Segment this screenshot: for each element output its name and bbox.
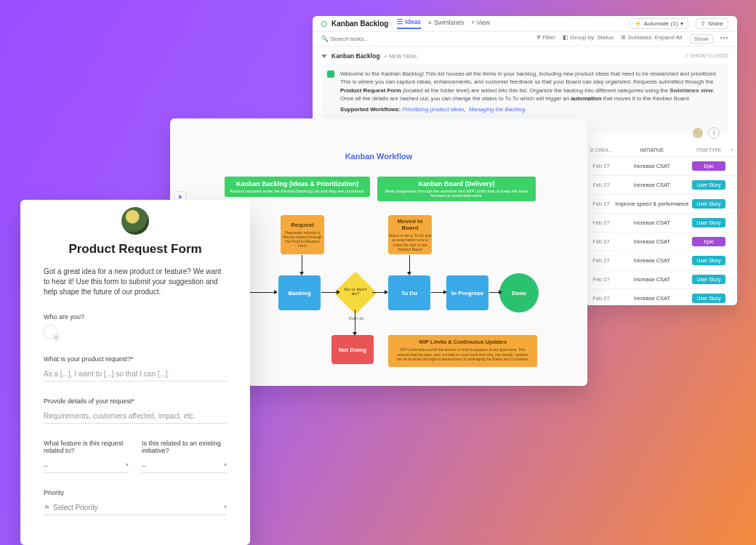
arrow bbox=[321, 292, 337, 293]
node-inprogress[interactable]: In Progress bbox=[446, 275, 488, 310]
table-row[interactable]: Feb 27Increase CSATUser Story bbox=[589, 214, 737, 233]
cell-initiative: Improve speed & performance bbox=[614, 201, 691, 207]
label-q2: Provide details of your request* bbox=[44, 397, 227, 405]
show-closed-toggle[interactable]: ✓ SHOW CLOSED bbox=[685, 53, 728, 59]
tab-ideas[interactable]: ☰Ideas bbox=[397, 18, 421, 29]
swimlane-icon: ≡ bbox=[428, 19, 432, 26]
bolt-icon: ⚡ bbox=[635, 20, 642, 27]
node-backlog[interactable]: Backlog bbox=[278, 275, 321, 310]
chevron-down-icon: ▾ bbox=[224, 504, 227, 512]
table-row[interactable]: Feb 27Increase CSATUser Story bbox=[589, 270, 737, 289]
share-icon: ⇪ bbox=[701, 20, 706, 27]
info-paragraph-2: Supported Workflows: Prioritizing produc… bbox=[340, 105, 723, 113]
col-type[interactable]: ITEM TYPE bbox=[691, 148, 727, 153]
cell-initiative: Increase CSAT bbox=[614, 276, 691, 283]
node-decision-label: Go or don't do? bbox=[340, 287, 371, 296]
cell-date: Feb 27 bbox=[589, 201, 614, 207]
cell-type: User Story bbox=[691, 180, 727, 190]
assignee-picker[interactable] bbox=[44, 325, 58, 339]
new-task-button[interactable]: + NEW TASK bbox=[385, 53, 417, 60]
select-feature[interactable]: –▾ bbox=[44, 459, 129, 473]
label-q1: What is your product request?* bbox=[44, 355, 227, 363]
label-q3: What feature is this request related to? bbox=[44, 440, 129, 454]
list-header-row: Kanban Backlog + NEW TASK ✓ SHOW CLOSED bbox=[321, 52, 728, 60]
presence-row: i bbox=[692, 127, 720, 139]
collapse-caret-icon[interactable] bbox=[321, 54, 327, 58]
table-row[interactable]: Feb 27Improve speed & performanceUser St… bbox=[589, 195, 737, 214]
node-notdoing[interactable]: Not Doing bbox=[331, 335, 374, 364]
table-row[interactable]: Feb 27Increase CSATUser Story bbox=[589, 176, 737, 195]
help-icon[interactable]: i bbox=[708, 127, 720, 139]
form-title: Product Request Form bbox=[44, 242, 227, 257]
tab-swimlanes[interactable]: ≡Swimlanes bbox=[428, 19, 464, 28]
node-moved[interactable]: Moved to Board Status is set to To Do an… bbox=[388, 215, 432, 254]
status-circle-icon bbox=[321, 21, 327, 27]
select-initiative[interactable]: –▾ bbox=[142, 459, 227, 473]
cell-type: Epic bbox=[691, 237, 727, 246]
cell-initiative: Increase CSAT bbox=[614, 219, 691, 226]
workflow-title: Kanban Workflow bbox=[170, 118, 587, 161]
cell-initiative: Increase CSAT bbox=[614, 238, 691, 245]
workflow-link-1[interactable]: Prioritizing product ideas bbox=[402, 106, 464, 113]
col-initiative[interactable]: INITIATIVE bbox=[614, 148, 691, 153]
kanban-toolbar: 🔍 Search tasks... ⧩ Filter ◧ Group by: S… bbox=[313, 32, 737, 47]
chevron-down-icon: ▾ bbox=[224, 461, 227, 469]
share-button[interactable]: ⇪ Share bbox=[696, 18, 728, 29]
arrow bbox=[250, 292, 275, 293]
avatar[interactable] bbox=[692, 127, 704, 139]
label-q4: Is this related to an existing initiativ… bbox=[142, 440, 227, 454]
cell-date: Feb 27 bbox=[589, 257, 614, 264]
cell-date: Feb 27 bbox=[589, 182, 614, 188]
tab-add-view[interactable]: + View bbox=[471, 19, 490, 28]
cell-type: User Story bbox=[691, 199, 727, 209]
table-row[interactable]: Feb 27Increase CSATEpic bbox=[589, 233, 737, 251]
list-icon: ☰ bbox=[397, 18, 403, 25]
kanban-title: Kanban Backlog bbox=[321, 20, 388, 28]
subtasks-button[interactable]: ⊞ Subtasks: Expand All bbox=[621, 34, 682, 44]
arrow bbox=[372, 292, 385, 293]
cell-type: Epic bbox=[691, 161, 727, 171]
cell-date: Feb 27 bbox=[589, 276, 614, 283]
arrow bbox=[409, 255, 410, 272]
arrow bbox=[431, 292, 444, 293]
node-request[interactable]: Request Requester submits a feature requ… bbox=[281, 215, 324, 254]
form-intro: Got a great idea for a new product or fe… bbox=[44, 267, 227, 297]
cell-type: User Story bbox=[691, 256, 727, 265]
node-wip: WIP Limits & Continuous Updates WIP Limi… bbox=[388, 335, 537, 367]
search-icon: 🔍 bbox=[321, 36, 329, 42]
arrow bbox=[355, 310, 355, 333]
node-done[interactable]: Done bbox=[499, 273, 539, 312]
cell-type: User Story bbox=[691, 275, 727, 284]
cell-date: Feb 27 bbox=[589, 163, 614, 169]
cell-date: Feb 27 bbox=[589, 238, 614, 245]
flag-icon: ⚑ bbox=[44, 504, 50, 512]
table-row[interactable]: Feb 27Increase CSATUser Story bbox=[589, 289, 737, 305]
arrow-label-dont: Don't do bbox=[349, 316, 363, 320]
search-input[interactable]: 🔍 Search tasks... bbox=[321, 36, 369, 42]
table-row[interactable]: Feb 27Increase CSATEpic bbox=[589, 157, 737, 176]
section-board: Kanban Board (Delivery) Work progresses … bbox=[377, 177, 536, 201]
arrow bbox=[489, 292, 499, 293]
kanban-title-text: Kanban Backlog bbox=[331, 20, 388, 28]
table-row[interactable]: Feb 27Increase CSATUser Story bbox=[589, 251, 737, 270]
add-column-button[interactable]: + bbox=[727, 148, 737, 153]
list-name[interactable]: Kanban Backlog bbox=[331, 52, 380, 60]
kanban-header: Kanban Backlog ☰Ideas ≡Swimlanes + View … bbox=[313, 16, 737, 32]
show-button[interactable]: Show bbox=[690, 34, 713, 44]
group-button[interactable]: ◧ Group by: Status bbox=[563, 34, 614, 44]
label-priority: Priority bbox=[44, 489, 227, 496]
automate-button[interactable]: ⚡Automate (1) ▾ bbox=[630, 18, 688, 29]
select-priority[interactable]: ⚑Select Priority▾ bbox=[44, 501, 227, 515]
node-todo[interactable]: To Do bbox=[388, 275, 430, 310]
cell-initiative: Increase CSAT bbox=[614, 163, 691, 169]
table-header: D CREA... INITIATIVE ITEM TYPE + bbox=[589, 144, 737, 157]
input-request[interactable] bbox=[44, 367, 227, 382]
col-date[interactable]: D CREA... bbox=[589, 148, 614, 153]
cell-type: User Story bbox=[691, 294, 727, 303]
workflow-link-2[interactable]: Managing the Backlog bbox=[469, 106, 525, 113]
form-avatar bbox=[121, 207, 149, 235]
input-details[interactable] bbox=[44, 409, 227, 424]
filter-button[interactable]: ⧩ Filter bbox=[536, 34, 555, 44]
cell-initiative: Increase CSAT bbox=[614, 257, 691, 264]
more-button[interactable]: ••• bbox=[720, 34, 728, 44]
